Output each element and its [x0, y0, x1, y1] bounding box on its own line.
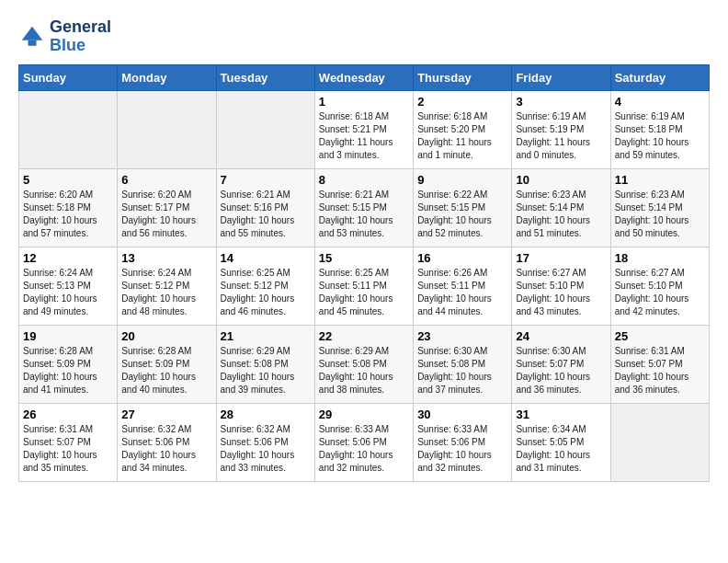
day-number: 27 [121, 408, 211, 421]
day-number: 11 [615, 173, 705, 187]
calendar-cell: 14Sunrise: 6:25 AM Sunset: 5:12 PM Dayli… [216, 247, 314, 325]
day-number: 13 [121, 251, 211, 265]
day-info: Sunrise: 6:32 AM Sunset: 5:06 PM Dayligh… [121, 423, 211, 475]
col-header-tuesday: Tuesday [216, 64, 314, 90]
calendar-cell: 29Sunrise: 6:33 AM Sunset: 5:06 PM Dayli… [314, 403, 413, 481]
day-number: 31 [516, 408, 606, 421]
day-number: 28 [221, 408, 311, 421]
day-number: 2 [417, 95, 507, 109]
day-number: 17 [516, 251, 606, 265]
calendar-week-row: 26Sunrise: 6:31 AM Sunset: 5:07 PM Dayli… [19, 403, 710, 481]
day-info: Sunrise: 6:33 AM Sunset: 5:06 PM Dayligh… [417, 423, 507, 475]
day-info: Sunrise: 6:30 AM Sunset: 5:08 PM Dayligh… [417, 345, 507, 396]
day-info: Sunrise: 6:34 AM Sunset: 5:05 PM Dayligh… [516, 423, 606, 475]
calendar-cell: 16Sunrise: 6:26 AM Sunset: 5:11 PM Dayli… [414, 247, 512, 325]
calendar-cell [216, 90, 314, 168]
col-header-friday: Friday [512, 64, 610, 90]
calendar-cell [19, 90, 118, 168]
day-info: Sunrise: 6:21 AM Sunset: 5:15 PM Dayligh… [319, 189, 409, 240]
day-info: Sunrise: 6:30 AM Sunset: 5:07 PM Dayligh… [516, 345, 606, 396]
day-number: 14 [221, 251, 311, 265]
calendar-cell: 24Sunrise: 6:30 AM Sunset: 5:07 PM Dayli… [512, 325, 610, 403]
day-info: Sunrise: 6:32 AM Sunset: 5:06 PM Dayligh… [221, 423, 311, 475]
calendar-cell: 4Sunrise: 6:19 AM Sunset: 5:18 PM Daylig… [610, 90, 709, 168]
calendar-cell: 21Sunrise: 6:29 AM Sunset: 5:08 PM Dayli… [216, 325, 314, 403]
calendar-cell: 22Sunrise: 6:29 AM Sunset: 5:08 PM Dayli… [314, 325, 413, 403]
calendar-cell: 26Sunrise: 6:31 AM Sunset: 5:07 PM Dayli… [19, 403, 118, 481]
calendar-cell [118, 90, 216, 168]
svg-rect-1 [28, 40, 37, 46]
calendar-cell: 31Sunrise: 6:34 AM Sunset: 5:05 PM Dayli… [512, 403, 610, 481]
calendar-cell: 23Sunrise: 6:30 AM Sunset: 5:08 PM Dayli… [414, 325, 512, 403]
col-header-saturday: Saturday [610, 64, 709, 90]
day-info: Sunrise: 6:18 AM Sunset: 5:20 PM Dayligh… [417, 110, 507, 162]
day-info: Sunrise: 6:23 AM Sunset: 5:14 PM Dayligh… [516, 189, 606, 240]
day-info: Sunrise: 6:19 AM Sunset: 5:19 PM Dayligh… [516, 110, 606, 162]
calendar-cell: 12Sunrise: 6:24 AM Sunset: 5:13 PM Dayli… [19, 247, 118, 325]
day-number: 19 [23, 329, 113, 343]
calendar-cell: 25Sunrise: 6:31 AM Sunset: 5:07 PM Dayli… [610, 325, 709, 403]
day-info: Sunrise: 6:29 AM Sunset: 5:08 PM Dayligh… [221, 345, 311, 396]
calendar-table: SundayMondayTuesdayWednesdayThursdayFrid… [18, 64, 710, 482]
calendar-week-row: 5Sunrise: 6:20 AM Sunset: 5:18 PM Daylig… [19, 168, 710, 247]
calendar-cell: 27Sunrise: 6:32 AM Sunset: 5:06 PM Dayli… [118, 403, 216, 481]
day-number: 8 [319, 173, 409, 187]
day-info: Sunrise: 6:28 AM Sunset: 5:09 PM Dayligh… [23, 345, 113, 396]
day-number: 9 [417, 173, 507, 187]
calendar-week-row: 1Sunrise: 6:18 AM Sunset: 5:21 PM Daylig… [19, 90, 710, 168]
day-number: 1 [319, 95, 409, 109]
day-number: 21 [221, 329, 311, 343]
col-header-sunday: Sunday [19, 64, 118, 90]
day-info: Sunrise: 6:23 AM Sunset: 5:14 PM Dayligh… [615, 189, 705, 240]
day-info: Sunrise: 6:26 AM Sunset: 5:11 PM Dayligh… [417, 267, 507, 318]
calendar-cell: 20Sunrise: 6:28 AM Sunset: 5:09 PM Dayli… [118, 325, 216, 403]
day-info: Sunrise: 6:19 AM Sunset: 5:18 PM Dayligh… [615, 110, 705, 162]
calendar-cell: 13Sunrise: 6:24 AM Sunset: 5:12 PM Dayli… [118, 247, 216, 325]
day-info: Sunrise: 6:27 AM Sunset: 5:10 PM Dayligh… [615, 267, 705, 318]
svg-marker-0 [22, 27, 43, 40]
day-info: Sunrise: 6:21 AM Sunset: 5:16 PM Dayligh… [221, 189, 311, 240]
day-number: 29 [319, 408, 409, 421]
day-info: Sunrise: 6:31 AM Sunset: 5:07 PM Dayligh… [23, 423, 113, 475]
calendar-cell: 3Sunrise: 6:19 AM Sunset: 5:19 PM Daylig… [512, 90, 610, 168]
day-number: 10 [516, 173, 606, 187]
calendar-week-row: 19Sunrise: 6:28 AM Sunset: 5:09 PM Dayli… [19, 325, 710, 403]
day-info: Sunrise: 6:20 AM Sunset: 5:18 PM Dayligh… [23, 189, 113, 240]
day-info: Sunrise: 6:29 AM Sunset: 5:08 PM Dayligh… [319, 345, 409, 396]
day-number: 16 [417, 251, 507, 265]
day-number: 15 [319, 251, 409, 265]
calendar-header-row: SundayMondayTuesdayWednesdayThursdayFrid… [19, 64, 710, 90]
day-number: 23 [417, 329, 507, 343]
calendar-cell: 8Sunrise: 6:21 AM Sunset: 5:15 PM Daylig… [314, 168, 413, 247]
calendar-cell: 17Sunrise: 6:27 AM Sunset: 5:10 PM Dayli… [512, 247, 610, 325]
day-info: Sunrise: 6:25 AM Sunset: 5:12 PM Dayligh… [221, 267, 311, 318]
calendar-cell: 15Sunrise: 6:25 AM Sunset: 5:11 PM Dayli… [314, 247, 413, 325]
day-number: 7 [221, 173, 311, 187]
calendar-cell: 1Sunrise: 6:18 AM Sunset: 5:21 PM Daylig… [314, 90, 413, 168]
col-header-monday: Monday [118, 64, 216, 90]
day-info: Sunrise: 6:24 AM Sunset: 5:13 PM Dayligh… [23, 267, 113, 318]
col-header-thursday: Thursday [414, 64, 512, 90]
calendar-cell: 10Sunrise: 6:23 AM Sunset: 5:14 PM Dayli… [512, 168, 610, 247]
day-number: 25 [615, 329, 705, 343]
logo-icon [18, 23, 46, 51]
day-info: Sunrise: 6:20 AM Sunset: 5:17 PM Dayligh… [121, 189, 211, 240]
logo: General Blue [18, 18, 111, 55]
day-info: Sunrise: 6:18 AM Sunset: 5:21 PM Dayligh… [319, 110, 409, 162]
day-info: Sunrise: 6:25 AM Sunset: 5:11 PM Dayligh… [319, 267, 409, 318]
calendar-cell: 5Sunrise: 6:20 AM Sunset: 5:18 PM Daylig… [19, 168, 118, 247]
day-number: 5 [23, 173, 113, 187]
day-number: 3 [516, 95, 606, 109]
calendar-cell: 28Sunrise: 6:32 AM Sunset: 5:06 PM Dayli… [216, 403, 314, 481]
day-info: Sunrise: 6:33 AM Sunset: 5:06 PM Dayligh… [319, 423, 409, 475]
calendar-week-row: 12Sunrise: 6:24 AM Sunset: 5:13 PM Dayli… [19, 247, 710, 325]
day-number: 12 [23, 251, 113, 265]
day-number: 4 [615, 95, 705, 109]
day-info: Sunrise: 6:22 AM Sunset: 5:15 PM Dayligh… [417, 189, 507, 240]
day-info: Sunrise: 6:27 AM Sunset: 5:10 PM Dayligh… [516, 267, 606, 318]
day-number: 26 [23, 408, 113, 421]
day-info: Sunrise: 6:31 AM Sunset: 5:07 PM Dayligh… [615, 345, 705, 396]
calendar-cell: 7Sunrise: 6:21 AM Sunset: 5:16 PM Daylig… [216, 168, 314, 247]
day-info: Sunrise: 6:28 AM Sunset: 5:09 PM Dayligh… [121, 345, 211, 396]
col-header-wednesday: Wednesday [314, 64, 413, 90]
